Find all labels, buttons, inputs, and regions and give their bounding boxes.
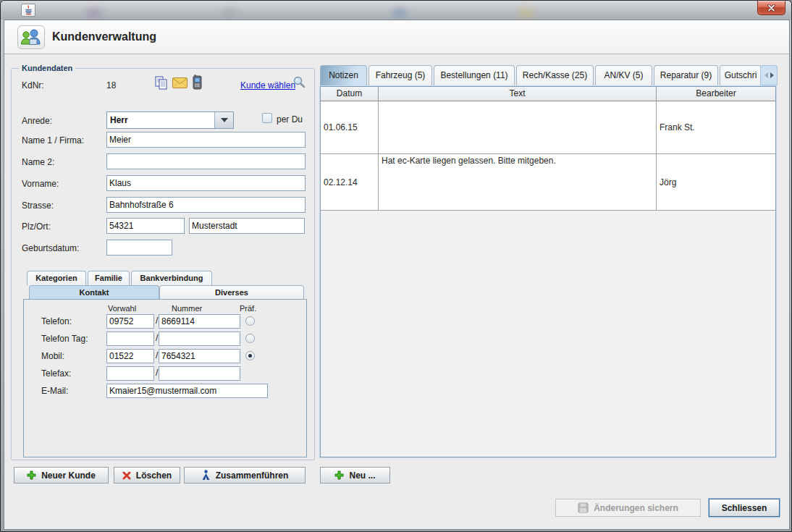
plus-icon [27,470,36,480]
close-icon [767,4,775,12]
anrede-label: Anrede: [22,115,52,127]
app-window: Kundenverwaltung Kundendaten KdNr: 18 [0,0,792,532]
mobile-phone-button[interactable] [193,75,202,90]
tab-diverses[interactable]: Diverses [159,285,304,299]
tab-reparatur[interactable]: Reparatur (9) [654,65,718,85]
vorname-label: Vorname: [22,178,59,190]
tab-rech-kasse[interactable]: Rech/Kasse (25) [516,65,594,85]
geburtsdatum-input[interactable] [106,240,172,256]
plz-ort-label: Plz/Ort: [22,221,51,232]
schliessen-label: Schliessen [722,503,767,513]
cell-datum: 02.12.14 [321,154,379,211]
telefax-nummer-input[interactable] [159,366,240,381]
tab-kontakt[interactable]: Kontakt [29,285,159,299]
ort-input[interactable] [189,218,305,234]
neu-label: Neu ... [349,470,375,481]
telefon-nummer-input[interactable] [159,314,240,329]
tab-gutschrift[interactable]: Gutschri [720,65,762,85]
aenderungen-sichern-button[interactable]: Änderungen sichern [555,499,701,517]
name2-label: Name 2: [22,156,54,168]
tab-bestellungen[interactable]: Bestellungen (11) [434,65,515,85]
kunde-waehlen-link[interactable]: Kunde wählen [240,80,295,91]
per-du-label: per Du [277,114,303,125]
column-header-datum[interactable]: Datum [321,87,379,101]
cell-text [379,101,657,154]
per-du-checkbox[interactable] [262,113,272,123]
schliessen-button[interactable]: Schliessen [709,499,780,517]
telefon-vorwahl-input[interactable] [106,314,154,329]
tab-bankverbindung[interactable]: Bankverbindung [131,271,212,285]
plz-input[interactable] [106,218,185,234]
name1-label: Name 1 / Firma: [22,135,84,146]
mobil-praef-radio[interactable] [245,351,255,360]
telefon-tag-praef-radio[interactable] [245,334,255,343]
merge-person-icon [201,470,211,481]
tab-scroll-right-icon[interactable] [770,72,774,78]
neuer-kunde-button[interactable]: Neuer Kunde [14,467,109,484]
telefon-praef-radio[interactable] [245,316,255,326]
loeschen-button[interactable]: Löschen [114,467,180,484]
chevron-down-icon [221,118,228,122]
tab-familie[interactable]: Familie [88,271,130,285]
tab-kategorien[interactable]: Kategorien [27,271,86,285]
telefax-vorwahl-input[interactable] [106,366,154,381]
title-bar[interactable] [1,1,791,20]
slash-separator: / [156,316,158,326]
email-button[interactable] [172,77,188,88]
email-label: E-Mail: [41,385,68,397]
cell-datum: 01.06.15 [321,101,379,154]
customers-icon [17,25,45,49]
delete-x-icon [122,471,131,480]
notes-tab-bar: Notizen Fahrzeug (5) Bestellungen (11) R… [320,65,762,86]
tab-scroll-buttons [760,65,778,85]
tab-scroll-left-icon[interactable] [764,72,768,78]
two-people-icon [20,28,42,47]
telefax-label: Telefax: [41,368,71,379]
neuer-kunde-label: Neuer Kunde [41,470,96,481]
name1-input[interactable] [106,132,306,148]
window-close-button[interactable] [757,1,785,15]
titlebar-glass-blur [518,8,534,18]
strasse-label: Strasse: [22,200,54,211]
tab-fahrzeug[interactable]: Fahrzeug (5) [368,65,432,85]
anrede-dropdown-button[interactable] [214,112,233,128]
zusammenfuehren-button[interactable]: Zusammenführen [184,467,306,484]
telefon-tag-vorwahl-input[interactable] [106,332,154,346]
tab-notizen[interactable]: Notizen [320,65,367,86]
search-customer-button[interactable] [293,76,306,88]
titlebar-glass-blur [222,8,237,18]
slash-separator: / [156,350,158,360]
java-coffee-icon [24,5,33,15]
geburtsdatum-label: Geburtsdatum: [22,242,79,254]
save-floppy-icon [578,502,589,513]
slash-separator: / [156,333,158,343]
mobil-vorwahl-input[interactable] [106,349,154,363]
strasse-input[interactable] [106,197,306,213]
notes-table: Datum Text Bearbeiter 01.06.15 Frank St.… [320,86,776,457]
mobil-nummer-input[interactable] [159,349,240,363]
neu-button[interactable]: Neu ... [320,467,390,484]
email-input[interactable] [106,384,268,398]
copy-icon [155,76,168,90]
vorname-input[interactable] [106,175,306,191]
name2-input[interactable] [106,153,306,169]
tab-an-kv[interactable]: AN/KV (5) [595,65,652,85]
vorwahl-column-header: Vorwahl [108,304,136,313]
anrede-select[interactable]: Herr [106,111,234,129]
nummer-column-header: Nummer [172,304,202,313]
mail-envelope-icon [172,77,188,88]
plus-icon [334,470,344,480]
praef-column-header: Präf. [240,304,256,313]
copy-button[interactable] [155,76,168,90]
notes-table-header: Datum Text Bearbeiter [321,87,775,101]
telefon-tag-nummer-input[interactable] [159,332,240,346]
table-row[interactable]: 01.06.15 Frank St. [321,101,775,154]
table-row[interactable]: 02.12.14 Hat ec-Karte liegen gelassen. B… [321,154,775,211]
mobil-label: Mobil: [41,350,64,362]
column-header-text[interactable]: Text [379,87,657,101]
dialog-body: Kundenverwaltung Kundendaten KdNr: 18 [4,20,790,530]
kdnr-value: 18 [106,80,116,91]
telefon-label: Telefon: [41,316,72,327]
kundendaten-legend: Kundendaten [19,64,75,72]
column-header-bearbeiter[interactable]: Bearbeiter [657,87,775,101]
